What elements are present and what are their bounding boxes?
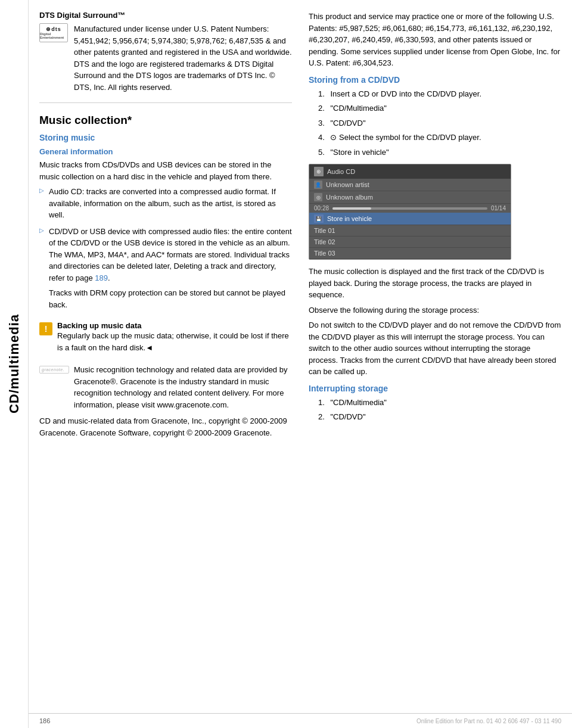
list-item: 4. ⊙ Select the symbol for the CD/DVD pl…	[318, 132, 561, 144]
after-screen-text: The music collection is displayed and th…	[309, 266, 561, 301]
dts-logo-subtext: Digital Entertainment	[40, 32, 67, 39]
interrupt-step-2: "CD/DVD"	[330, 412, 365, 421]
step-number: 3.	[318, 119, 325, 127]
cd-screen-progress-row: 00:28 01/14	[309, 204, 511, 213]
list-item: 2. "CD/DVD"	[318, 411, 561, 423]
dts-section: DTS Digital Surround™ ⊛dts Digital Enter…	[39, 11, 292, 97]
list-item: 3. "CD/DVD"	[318, 117, 561, 129]
bullet-arrow-icon: ▷	[39, 227, 45, 234]
list-item: ▷ Audio CD: tracks are converted into a …	[39, 186, 292, 221]
interrupt-step-1: "CD/Multimedia"	[330, 398, 386, 407]
step-number: 4.	[318, 133, 325, 142]
dts-heading: DTS Digital Surround™	[39, 11, 292, 20]
warning-title: Backing up music data	[57, 321, 142, 330]
list-item: 5. "Store in vehicle"	[318, 147, 561, 158]
bullet-text-2: CD/DVD or USB device with compressed aud…	[49, 227, 292, 282]
gracenote-row: gracenote. Music recognition technology …	[39, 364, 292, 410]
page-container: CD/multimedia DTS Digital Surround™ ⊛dts…	[0, 0, 572, 728]
bullet-arrow-icon: ▷	[39, 187, 45, 194]
right-column: This product and service may practice on…	[303, 11, 572, 713]
dts-logo: ⊛dts Digital Entertainment	[39, 23, 68, 42]
patents-text: This product and service may practice on…	[309, 11, 561, 69]
general-info-body: Music tracks from CDs/DVDs and USB devic…	[39, 159, 292, 182]
columns: DTS Digital Surround™ ⊛dts Digital Enter…	[29, 0, 572, 713]
storing-cd-heading: Storing from a CD/DVD	[309, 75, 561, 85]
cd-screen-mockup: ⊛ Audio CD 👤 Unknown artist ◎ Unknown al…	[309, 164, 511, 260]
observe-text: Do not switch to the CD/DVD player and d…	[309, 319, 561, 378]
gracenote-text: Music recognition technology and related…	[74, 364, 292, 410]
step-number: 1.	[318, 398, 325, 407]
gracenote-logo-text: gracenote.	[42, 368, 64, 372]
step-number: 2.	[318, 412, 325, 421]
cd-note-text: CD and music-related data from Gracenote…	[39, 415, 292, 438]
dts-body-text: Manufactured under license under U.S. Pa…	[74, 23, 292, 93]
divider	[39, 102, 292, 103]
artist-text: Unknown artist	[326, 181, 369, 188]
cd-screen-artist-row: 👤 Unknown artist	[309, 179, 511, 191]
cd-screen-track-row-3: Title 03	[309, 248, 511, 259]
storing-music-heading: Storing music	[39, 133, 292, 142]
sidebar-label: CD/multimedia	[7, 314, 22, 413]
list-item: 1. Insert a CD or DVD into the CD/DVD pl…	[318, 88, 561, 100]
warning-content: Backing up music data Regularly back up …	[57, 321, 292, 357]
page-footer: 186 Online Edition for Part no. 01 40 2 …	[29, 713, 572, 728]
left-column: DTS Digital Surround™ ⊛dts Digital Enter…	[29, 11, 303, 713]
list-item: 2. "CD/Multimedia"	[318, 102, 561, 114]
warning-box: ! Backing up music data Regularly back u…	[39, 319, 292, 359]
step-text-1: Insert a CD or DVD into the CD/DVD playe…	[330, 89, 481, 98]
general-information-heading: General information	[39, 147, 292, 156]
footer-watermark: Online Edition for Part no. 01 40 2 606 …	[416, 718, 561, 724]
sidebar: CD/multimedia	[0, 0, 29, 728]
store-in-vehicle-text: Store in vehicle	[327, 215, 506, 222]
cd-screen-track-row-2: Title 02	[309, 237, 511, 248]
progress-track: 01/14	[491, 205, 506, 211]
step-text-5: "Store in vehicle"	[330, 148, 388, 157]
gracenote-logo: gracenote.	[39, 366, 69, 374]
numbered-list: 1. Insert a CD or DVD into the CD/DVD pl…	[318, 88, 561, 158]
cd-screen-track-row-1: Title 01	[309, 225, 511, 237]
bullet-list: ▷ Audio CD: tracks are converted into a …	[39, 186, 292, 314]
bullet-text-1: Audio CD: tracks are converted into a co…	[49, 186, 292, 221]
artist-icon: 👤	[314, 181, 322, 189]
cd-screen-album-row: ◎ Unknown album	[309, 191, 511, 204]
track-text-3: Title 03	[314, 250, 335, 257]
progress-time: 00:28	[314, 205, 329, 211]
page-number: 186	[39, 717, 50, 724]
warning-icon: !	[39, 322, 52, 335]
step-text-3: "CD/DVD"	[330, 119, 365, 127]
step-text-2: "CD/Multimedia"	[330, 104, 386, 113]
album-text: Unknown album	[326, 194, 373, 201]
music-collection-heading: Music collection*	[39, 114, 292, 127]
cd-screen-store-row: 💾 Store in vehicle	[309, 213, 511, 225]
bullet-text-container: CD/DVD or USB device with compressed aud…	[49, 226, 292, 315]
progress-bar-bg	[332, 207, 487, 210]
album-icon: ◎	[314, 193, 322, 201]
track-text-2: Title 02	[314, 238, 335, 245]
page-link: 189	[95, 273, 108, 282]
dts-logo-row: ⊛dts Digital Entertainment Manufactured …	[39, 23, 292, 97]
main-content: DTS Digital Surround™ ⊛dts Digital Enter…	[29, 0, 572, 728]
step-number: 5.	[318, 148, 325, 157]
observe-heading: Observe the following during the storage…	[309, 304, 561, 316]
cd-screen-icon: ⊛	[314, 167, 324, 176]
interrupting-list: 1. "CD/Multimedia" 2. "CD/DVD"	[318, 397, 561, 423]
step-text-4: ⊙ Select the symbol for the CD/DVD playe…	[330, 133, 481, 142]
cd-screen-title: Audio CD	[327, 168, 355, 175]
progress-bar-fill	[332, 207, 371, 210]
list-item: 1. "CD/Multimedia"	[318, 397, 561, 409]
interrupting-storage-heading: Interrupting storage	[309, 384, 561, 393]
dts-logo-text: ⊛dts	[46, 26, 61, 32]
list-item: ▷ CD/DVD or USB device with compressed a…	[39, 226, 292, 315]
warning-body: Regularly back up the music data; otherw…	[57, 330, 292, 353]
cd-screen-title-bar: ⊛ Audio CD	[309, 164, 511, 179]
step-number: 1.	[318, 89, 325, 98]
store-icon: 💾	[314, 214, 324, 223]
drm-note: Tracks with DRM copy protection can be s…	[49, 287, 292, 310]
step-number: 2.	[318, 104, 325, 113]
track-text-1: Title 01	[314, 227, 335, 234]
